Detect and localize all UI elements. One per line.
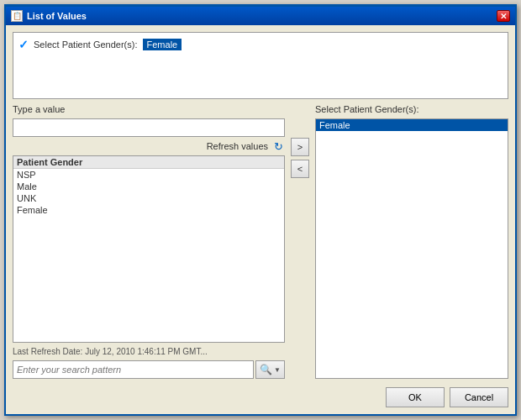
search-row: 🔍 ▼ [13,360,285,379]
list-item[interactable]: Male [13,181,284,192]
list-item[interactable]: UNK [13,192,284,204]
selected-area-label: Select Patient Gender(s): [34,39,138,50]
refresh-label: Refresh values [207,141,268,151]
title-bar-left: 📋 List of Values [11,10,87,22]
dropdown-arrow-icon: ▼ [274,366,281,374]
ok-button[interactable]: OK [386,387,445,407]
checkmark-icon: ✓ [18,38,29,51]
title-bar: 📋 List of Values ✕ [6,7,515,25]
search-icon: 🔍 [260,364,272,375]
list-header: Patient Gender [13,156,284,169]
refresh-date: Last Refresh Date: July 12, 2010 1:46:11… [13,347,285,356]
refresh-row: Refresh values ↻ [13,139,285,153]
selected-value-item[interactable]: Female [316,119,508,131]
list-item[interactable]: NSP [13,169,284,181]
cancel-button[interactable]: Cancel [450,387,508,407]
type-value-label: Type a value [13,104,285,114]
list-item[interactable]: Female [13,204,284,216]
right-panel-label: Select Patient Gender(s): [315,104,508,114]
selected-area-value: Female [143,39,182,50]
selected-item-row: ✓ Select Patient Gender(s): Female [18,38,182,51]
search-button[interactable]: 🔍 ▼ [255,360,285,379]
remove-arrow-button[interactable]: < [291,160,309,178]
window-title: List of Values [27,11,87,21]
type-value-input[interactable] [13,118,285,137]
list-of-values-dialog: 📋 List of Values ✕ ✓ Select Patient Gend… [4,4,517,416]
left-panel: Type a value Refresh values ↻ Patient Ge… [13,104,285,379]
values-list[interactable]: Patient Gender NSP Male UNK Female [13,155,285,343]
main-content: Type a value Refresh values ↻ Patient Ge… [13,104,508,379]
close-button[interactable]: ✕ [497,10,510,22]
selected-area: ✓ Select Patient Gender(s): Female [13,32,508,99]
window-icon: 📋 [11,10,23,22]
arrow-buttons: > < [288,104,312,379]
right-panel: Select Patient Gender(s): Female [315,104,508,379]
window-body: ✓ Select Patient Gender(s): Female Type … [6,25,515,414]
search-input[interactable] [13,360,254,379]
selected-values-list[interactable]: Female [315,118,508,379]
bottom-bar: OK Cancel [13,384,508,407]
refresh-icon[interactable]: ↻ [271,139,285,153]
add-arrow-button[interactable]: > [291,138,309,156]
